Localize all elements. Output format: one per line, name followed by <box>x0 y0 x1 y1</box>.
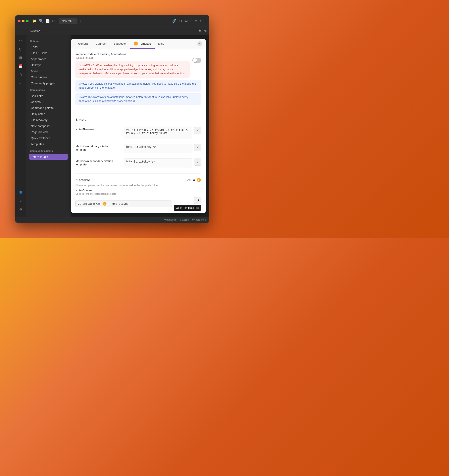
note-filename-input-area: <%= it.citekey ?? it.DOI ?? it.title ?? … <box>124 127 201 138</box>
close-button[interactable] <box>18 20 21 22</box>
sidebar-item-zotero-plugin[interactable]: Zotero Plugin <box>29 154 68 160</box>
titlebar-icons: 📁 🔍 📄 ⊟ <box>32 19 55 23</box>
ejectable-badge: 2 <box>197 178 201 182</box>
modal-content: In-place Update of Existing Annotations … <box>71 49 206 213</box>
markdown-secondary-label: Markdown secondary citation template <box>75 159 120 166</box>
info-icon[interactable]: ℹ <box>200 19 202 23</box>
section-divider-simple <box>75 113 201 113</box>
sidebar-item-about[interactable]: About <box>29 68 68 74</box>
markdown-primary-input[interactable]: [@<%= it.citekey %>] <box>124 144 192 153</box>
eject-button[interactable]: Eject ⏏ 2 <box>185 178 201 182</box>
template-badge: 1 <box>134 41 138 45</box>
tab-general[interactable]: General <box>74 39 92 48</box>
minimize-button[interactable] <box>22 20 25 22</box>
toggle-switch[interactable] <box>192 58 201 63</box>
options-section-label: Options <box>29 40 68 42</box>
sidebar-icon[interactable]: ⊟ <box>52 19 55 23</box>
section-divider-ejectable <box>75 173 201 174</box>
tab-suggester[interactable]: Suggester <box>110 39 130 48</box>
sidebar-item-canvas[interactable]: Canvas <box>29 99 68 105</box>
link-icon[interactable]: 🔗 <box>172 19 177 23</box>
edit-icon[interactable]: ✏ <box>17 37 24 44</box>
characters-count: 0 characters <box>192 218 206 221</box>
sidebar-item-page-preview[interactable]: Page preview <box>29 129 68 135</box>
sidebar-item-hotkeys[interactable]: Hotkeys <box>29 62 68 68</box>
toolbar2-left: ← → <box>18 29 26 33</box>
app-window: 📁 🔍 📄 ⊟ New tab × + 🔗 ⛓ 🏷 ☰ ✏ ℹ ⊞ ← → <box>15 15 209 223</box>
markdown-primary-label: Markdown primary citation template <box>75 144 120 151</box>
help-icon[interactable]: ? <box>17 197 24 204</box>
layout-icon[interactable]: ⊞ <box>204 19 207 23</box>
sidebar-item-backlinks[interactable]: Backlinks <box>29 93 68 99</box>
sidebar-item-appearance[interactable]: Appearance <box>29 56 68 62</box>
person-icon[interactable]: 👤 <box>17 189 24 196</box>
gear-icon[interactable]: ⚙ <box>17 206 24 213</box>
chain-icon[interactable]: ⛓ <box>179 19 182 23</box>
sidebar-item-file-recovery[interactable]: File recovery <box>29 117 68 123</box>
markdown-primary-input-area: [@<%= it.citekey %>] ✓ <box>124 144 201 153</box>
modal-close-button[interactable]: × <box>197 41 202 46</box>
note-filename-check-button[interactable]: ✓ <box>194 127 201 134</box>
toolbar2-more-icon[interactable]: ⋯ <box>43 29 46 33</box>
note-properties-label: Note Properties <box>75 213 201 213</box>
graph-icon[interactable]: ⬡ <box>17 45 24 53</box>
vault-icon: 🔍 <box>199 29 202 33</box>
sidebar-item-community-plugins[interactable]: Community plugins <box>29 80 68 86</box>
sidebar-item-files-links[interactable]: Files & Links <box>29 50 68 56</box>
list-icon[interactable]: ☰ <box>190 19 193 23</box>
tab-area: New tab × + <box>57 18 170 24</box>
markdown-secondary-input[interactable]: @<%= it.citekey %> <box>124 159 192 168</box>
backlinks-count: 0 backlinks <box>164 218 177 221</box>
calendar-icon[interactable]: 📅 <box>17 62 24 70</box>
warning-section: In-place Update of Existing Annotations … <box>71 49 206 110</box>
sidebar-item-core-plugins[interactable]: Core plugins <box>29 74 68 80</box>
file-icon[interactable]: 📄 <box>45 19 50 23</box>
note-content-sub: Used to render created literature note <box>75 193 201 195</box>
sidebar-item-templates[interactable]: Templates <box>29 141 68 147</box>
tab-template[interactable]: 1 Template <box>130 39 155 49</box>
sidebar-item-command-palette[interactable]: Command palette <box>29 105 68 111</box>
markdown-primary-row: Markdown primary citation template [@<%=… <box>71 141 206 156</box>
modal-header: General Connect Suggester 1 Template Mis… <box>71 39 206 49</box>
eject-label: Eject <box>185 178 191 182</box>
maximize-button[interactable] <box>26 20 28 22</box>
forward-button[interactable]: → <box>23 29 26 33</box>
tag-icon[interactable]: 🏷 <box>184 19 188 23</box>
tab-connect[interactable]: Connect <box>92 39 110 48</box>
community-plugins-section-label: Community plugins <box>29 150 68 152</box>
note-content-label: Note Content <box>75 189 201 192</box>
grid-icon[interactable]: ⊞ <box>17 54 24 61</box>
statusbar: 0 backlinks 0 words 0 characters <box>15 216 209 223</box>
copy-icon[interactable]: ⎘ <box>17 71 24 78</box>
markdown-secondary-check-button[interactable]: ✓ <box>194 159 201 166</box>
sidebar-item-quick-switcher[interactable]: Quick switcher <box>29 135 68 141</box>
note-content-field: Note Content Used to render created lite… <box>71 189 206 213</box>
sidebar-item-daily-notes[interactable]: Daily notes <box>29 111 68 117</box>
sidebar-item-note-composer[interactable]: Note composer <box>29 123 68 129</box>
words-count: 0 words <box>180 218 189 221</box>
titlebar-right-icons: 🔗 ⛓ 🏷 ☰ ✏ ℹ ⊞ <box>172 19 207 23</box>
eject-icon: ⏏ <box>193 178 196 182</box>
vault-label: ob <box>204 29 207 33</box>
new-tab[interactable]: New tab × <box>59 18 78 24</box>
markdown-primary-check-button[interactable]: ✓ <box>194 144 201 151</box>
note-properties-section: Note Properties Used to render Propertie… <box>71 213 206 213</box>
icon-sidebar-bottom: 👤 ? ⚙ <box>17 189 24 215</box>
external-link-icon: ↗ <box>107 203 109 205</box>
modal-panel: General Connect Suggester 1 Template Mis… <box>71 39 206 213</box>
search-icon[interactable]: 🔍 <box>39 19 43 23</box>
terminal-icon[interactable]: >_ <box>17 79 24 87</box>
traffic-lights <box>18 20 28 22</box>
warning-red-box: ⚠ WARNING: When enable, the plugin will … <box>75 61 190 78</box>
back-button[interactable]: ← <box>18 29 21 33</box>
tab-close-icon[interactable]: × <box>73 20 74 22</box>
folder-icon[interactable]: 📁 <box>32 19 37 23</box>
tab-add-button[interactable]: + <box>78 19 83 23</box>
tab-misc[interactable]: Misc <box>155 39 168 48</box>
highlight-icon[interactable]: ✏ <box>195 19 198 23</box>
markdown-secondary-row: Markdown secondary citation template @<%… <box>71 156 206 170</box>
open-template-file-button[interactable]: ↺ <box>194 197 201 204</box>
note-filename-input[interactable]: <%= it.citekey ?? it.DOI ?? it.title ?? … <box>124 127 192 138</box>
sidebar-item-editor[interactable]: Editor <box>29 44 68 50</box>
main-area: ✏ ⬡ ⊞ 📅 ⎘ >_ 👤 ? ⚙ Options Editor Files … <box>15 35 209 216</box>
